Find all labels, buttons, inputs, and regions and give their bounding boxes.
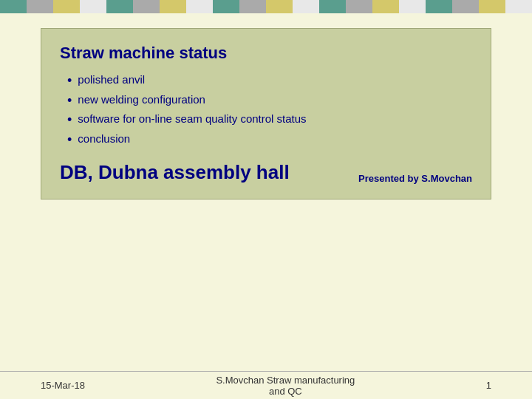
list-item-2: • new welding configuration bbox=[67, 93, 472, 109]
footer-title: S.Movchan Straw manufacturingand QC bbox=[216, 375, 355, 397]
bar-seg-20 bbox=[505, 0, 532, 13]
bar-seg-3 bbox=[53, 0, 80, 13]
content-box: Straw machine status • polished anvil • … bbox=[41, 28, 491, 200]
footer-page: 1 bbox=[486, 380, 491, 391]
list-item-3: • software for on-line seam quality cont… bbox=[67, 112, 472, 129]
bullet-dot-4: • bbox=[67, 132, 72, 149]
main-content: Straw machine status • polished anvil • … bbox=[0, 13, 532, 222]
bullet-dot-2: • bbox=[67, 93, 72, 109]
bar-seg-9 bbox=[213, 0, 239, 13]
bar-seg-13 bbox=[319, 0, 346, 13]
bar-seg-1 bbox=[0, 0, 27, 13]
bullet-text-3: software for on-line seam quality contro… bbox=[78, 112, 306, 125]
location-text: DB, Dubna assembly hall bbox=[60, 161, 290, 184]
bar-seg-15 bbox=[372, 0, 399, 13]
list-item-1: • polished anvil bbox=[67, 73, 472, 89]
presented-by: Presented by S.Movchan bbox=[358, 173, 472, 184]
bar-seg-16 bbox=[399, 0, 426, 13]
bar-seg-12 bbox=[293, 0, 319, 13]
bar-seg-7 bbox=[160, 0, 186, 13]
bullet-text-1: polished anvil bbox=[78, 73, 145, 86]
bar-seg-10 bbox=[239, 0, 266, 13]
bullet-list: • polished anvil • new welding configura… bbox=[60, 73, 472, 148]
bar-seg-14 bbox=[346, 0, 372, 13]
bullet-text-4: conclusion bbox=[78, 132, 130, 145]
bullet-dot-3: • bbox=[67, 112, 72, 129]
slide-title: Straw machine status bbox=[60, 44, 472, 63]
list-item-4: • conclusion bbox=[67, 132, 472, 149]
bar-seg-17 bbox=[426, 0, 452, 13]
bullet-dot-1: • bbox=[67, 73, 72, 89]
top-decorative-bar bbox=[0, 0, 532, 13]
footer-date: 15-Mar-18 bbox=[41, 380, 85, 391]
bar-seg-2 bbox=[27, 0, 53, 13]
bar-seg-5 bbox=[106, 0, 133, 13]
bar-seg-4 bbox=[80, 0, 106, 13]
location-line: DB, Dubna assembly hall Presented by S.M… bbox=[60, 161, 472, 184]
bullet-text-2: new welding configuration bbox=[78, 93, 205, 106]
bar-seg-6 bbox=[133, 0, 160, 13]
footer: 15-Mar-18 S.Movchan Straw manufacturinga… bbox=[0, 371, 532, 399]
bar-seg-18 bbox=[452, 0, 479, 13]
bar-seg-11 bbox=[266, 0, 293, 13]
bar-seg-19 bbox=[479, 0, 505, 13]
bar-seg-8 bbox=[186, 0, 213, 13]
